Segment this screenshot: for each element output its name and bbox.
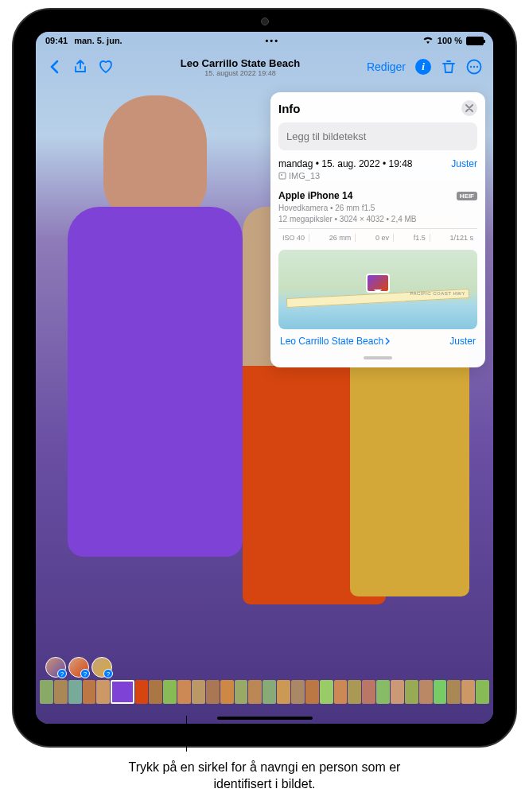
annotation-callout: Trykk på en sirkel for å navngi en perso… (106, 760, 424, 793)
map-pin (366, 274, 390, 293)
photo-icon (278, 172, 286, 180)
filmstrip-thumb[interactable] (149, 680, 162, 704)
filmstrip-thumb[interactable] (68, 680, 82, 704)
filmstrip-thumb[interactable] (391, 680, 404, 704)
status-time: 09:41 (45, 36, 68, 45)
edit-button[interactable]: Rediger (362, 56, 410, 78)
status-date: man. 5. jun. (74, 36, 123, 45)
filmstrip-thumb[interactable] (291, 680, 305, 704)
exif-iso: ISO 40 (278, 234, 309, 242)
caption-input[interactable] (278, 122, 477, 150)
close-info-button[interactable] (461, 100, 477, 116)
map-road-label: PACIFIC COAST HWY (410, 291, 465, 296)
svg-point-5 (281, 174, 282, 176)
svg-point-1 (470, 66, 472, 68)
filmstrip-thumb[interactable] (277, 680, 290, 704)
battery-icon (466, 37, 484, 45)
location-name-link[interactable]: Leo Carrillo State Beach (280, 336, 390, 347)
exif-focal: 26 mm (325, 234, 356, 242)
status-bar: 09:41 man. 5. jun. ••• 100 % (36, 32, 493, 49)
format-badge: HEIF (457, 192, 477, 200)
info-filename: IMG_13 (278, 171, 477, 181)
photo-date-subtitle: 15. august 2022 19:48 (119, 69, 362, 77)
camera-lens-details: Hovedkamera • 26 mm f1.5 (278, 204, 477, 212)
adjust-location-button[interactable]: Juster (449, 336, 476, 347)
info-panel: Info mandag • 15. aug. 2022 • 19:48 Just… (270, 92, 485, 367)
filmstrip-thumb[interactable] (263, 680, 276, 704)
filmstrip-thumb[interactable] (434, 680, 447, 704)
ipad-device-frame: 09:41 man. 5. jun. ••• 100 % (12, 8, 517, 748)
delete-button[interactable] (436, 54, 461, 80)
filmstrip-thumb[interactable] (376, 680, 390, 704)
share-button[interactable] (68, 54, 93, 80)
filmstrip-thumb[interactable] (40, 680, 53, 704)
filmstrip-thumb[interactable] (220, 680, 234, 704)
filmstrip-thumb[interactable] (305, 680, 319, 704)
exif-aperture: f1.5 (410, 234, 430, 242)
camera-resolution-details: 12 megapiksler • 3024 × 4032 • 2,4 MB (278, 215, 477, 223)
face-circle-3[interactable]: ? (91, 657, 112, 678)
filmstrip-thumb[interactable] (320, 680, 333, 704)
camera-device-name: Apple iPhone 14 HEIF (278, 190, 477, 201)
adjust-date-button[interactable]: Juster (451, 158, 477, 169)
info-button[interactable]: i (410, 54, 436, 80)
exif-details: ISO 40 26 mm 0 ev f1.5 1/121 s (278, 228, 477, 242)
info-date: mandag • 15. aug. 2022 • 19:48 (278, 158, 413, 169)
filmstrip-thumb[interactable] (447, 680, 461, 704)
filmstrip-thumb[interactable] (111, 680, 134, 704)
filmstrip-thumb[interactable] (163, 680, 177, 704)
filmstrip-thumb[interactable] (135, 680, 149, 704)
face-circle-2[interactable]: ? (68, 657, 89, 678)
face-circles-row: ? ? ? (45, 657, 112, 678)
filmstrip-thumb[interactable] (83, 680, 96, 704)
photo-toolbar: Leo Carrillo State Beach 15. august 2022… (36, 49, 493, 84)
tag-badge-icon: ? (103, 669, 113, 678)
filmstrip-thumb[interactable] (476, 680, 489, 704)
svg-rect-4 (279, 173, 286, 179)
battery-percent: 100 % (438, 36, 462, 45)
close-icon (465, 104, 473, 112)
filmstrip-thumb[interactable] (405, 680, 418, 704)
info-panel-title: Info (278, 102, 301, 115)
svg-point-2 (473, 66, 475, 68)
back-button[interactable] (42, 54, 68, 80)
tag-badge-icon: ? (80, 669, 90, 678)
exif-ev: 0 ev (371, 234, 394, 242)
photo-title-area: Leo Carrillo State Beach 15. august 2022… (119, 57, 362, 77)
filmstrip-thumb[interactable] (461, 680, 475, 704)
filmstrip-thumb[interactable] (348, 680, 361, 704)
favorite-button[interactable] (93, 54, 119, 80)
callout-text: Trykk på en sirkel for å navngi en perso… (106, 760, 424, 793)
filmstrip-thumb[interactable] (334, 680, 348, 704)
front-camera (261, 17, 269, 25)
photo-filmstrip[interactable] (36, 680, 493, 704)
filmstrip-thumb[interactable] (177, 680, 191, 704)
filmstrip-thumb[interactable] (362, 680, 375, 704)
filmstrip-thumb[interactable] (192, 680, 205, 704)
info-icon: i (415, 59, 431, 75)
panel-drag-handle[interactable] (364, 356, 392, 359)
person-left (60, 95, 251, 636)
wifi-icon (422, 36, 434, 45)
filmstrip-thumb[interactable] (206, 680, 220, 704)
face-circle-1[interactable]: ? (45, 657, 66, 678)
filmstrip-thumb[interactable] (235, 680, 248, 704)
filmstrip-thumb[interactable] (419, 680, 433, 704)
filmstrip-thumb[interactable] (248, 680, 262, 704)
photo-location-title: Leo Carrillo State Beach (119, 57, 362, 69)
tag-badge-icon: ? (57, 669, 67, 678)
exif-shutter: 1/121 s (445, 234, 477, 242)
multitask-dots[interactable]: ••• (265, 36, 279, 45)
filmstrip-thumb[interactable] (96, 680, 110, 704)
svg-point-3 (476, 66, 478, 68)
home-indicator[interactable] (217, 717, 313, 720)
more-button[interactable] (461, 54, 487, 80)
chevron-right-icon (385, 337, 390, 345)
location-map[interactable]: PACIFIC COAST HWY (278, 250, 477, 329)
screen: 09:41 man. 5. jun. ••• 100 % (36, 32, 493, 724)
filmstrip-thumb[interactable] (54, 680, 68, 704)
